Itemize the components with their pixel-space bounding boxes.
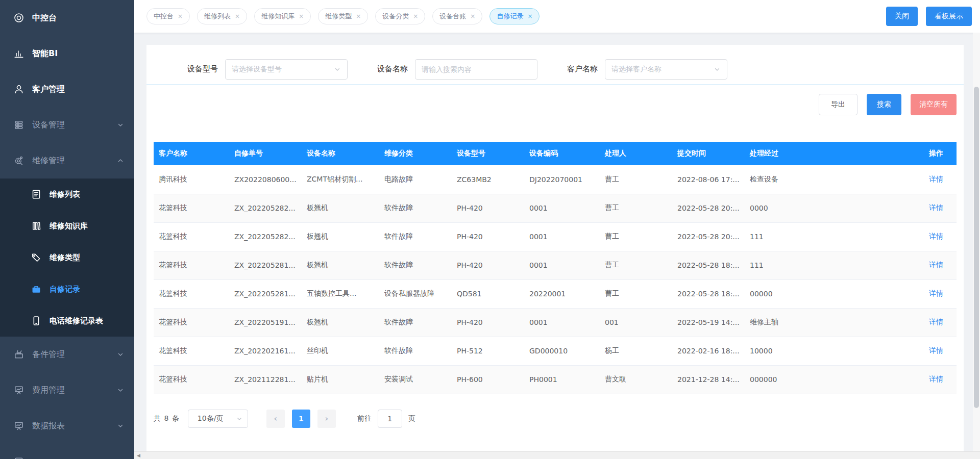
chevron-down-icon <box>117 387 124 394</box>
cell-r1-c4: PH-420 <box>452 194 524 222</box>
filter-label: 设备名称 <box>377 64 408 74</box>
close-icon[interactable]: × <box>178 13 183 19</box>
cell-r2-c8: 111 <box>745 222 908 251</box>
detail-link[interactable]: 详情 <box>929 175 943 183</box>
sidebar-item-repair[interactable]: 维修管理 <box>0 143 134 178</box>
detail-link[interactable]: 详情 <box>929 318 943 326</box>
detail-link[interactable]: 详情 <box>929 346 943 354</box>
prev-page-button[interactable]: ‹ <box>266 410 285 428</box>
sidebar-item-repair-type[interactable]: 维修类型 <box>0 242 134 273</box>
page-number-button[interactable]: 1 <box>292 410 310 428</box>
spareparts-icon <box>13 349 24 360</box>
tab-label: 维修列表 <box>204 12 231 21</box>
chevron-down-icon <box>236 416 242 422</box>
cell-r2-c7: 2022-05-28 20:... <box>672 222 745 251</box>
cell-r3-c0: 花篮科技 <box>154 251 229 279</box>
next-page-button[interactable]: › <box>317 410 336 428</box>
sidebar-item-console[interactable]: 中控台 <box>0 0 134 36</box>
scroll-left-arrow-icon[interactable]: ◀ <box>134 453 140 458</box>
horizontal-scrollbar[interactable]: ◀ <box>134 451 980 459</box>
goto-page-input[interactable] <box>378 410 402 428</box>
page-size-select[interactable]: 10条/页 <box>188 410 248 428</box>
sidebar-item-reports[interactable]: 数据报表 <box>0 408 134 444</box>
sidebar-item-devices[interactable]: 设备管理 <box>0 107 134 143</box>
cell-r2-c6: 曹工 <box>600 222 672 251</box>
filter-divider <box>146 84 964 85</box>
total-count: 共 8 条 <box>154 414 180 423</box>
filter-group-1: 设备名称 <box>377 59 537 80</box>
search-button[interactable]: 搜索 <box>867 94 901 115</box>
repair-list-icon <box>31 189 42 200</box>
detail-link[interactable]: 详情 <box>929 375 943 383</box>
close-icon[interactable]: × <box>299 13 304 19</box>
detail-link[interactable]: 详情 <box>929 203 943 212</box>
sidebar-item-phone-record[interactable]: 电话维修记录表 <box>0 305 134 337</box>
reports-icon <box>13 420 24 431</box>
column-header-0: 客户名称 <box>154 142 229 165</box>
tab-0[interactable]: 中控台× <box>146 8 190 24</box>
tab-4[interactable]: 设备分类× <box>375 8 425 24</box>
app: 中控台智能BI客户管理设备管理维修管理维修列表维修知识库维修类型自修记录电话维修… <box>0 0 980 459</box>
sidebar-item-label: 客户管理 <box>32 84 124 95</box>
select-placeholder: 请选择客户名称 <box>611 65 662 74</box>
close-icon[interactable]: × <box>413 13 418 19</box>
board-display-button[interactable]: 看板展示 <box>926 7 972 26</box>
sidebar-item-repair-list[interactable]: 维修列表 <box>0 178 134 210</box>
sidebar-item-knowledge[interactable]: 维修知识库 <box>0 210 134 242</box>
sidebar-item-bi[interactable]: 智能BI <box>0 36 134 71</box>
sidebar-item-spareparts[interactable]: 备件管理 <box>0 337 134 372</box>
sidebar-item-partial[interactable] <box>0 444 134 459</box>
close-icon[interactable]: × <box>356 13 361 19</box>
cell-r1-c0: 花篮科技 <box>154 194 229 222</box>
select-placeholder: 请选择设备型号 <box>232 65 282 74</box>
bi-icon <box>13 48 24 59</box>
content-card: 设备型号请选择设备型号设备名称客户名称请选择客户名称 导出 搜索 清空所有 客户… <box>146 45 964 459</box>
cell-r6-c7: 2022-02-16 18:... <box>672 337 745 365</box>
detail-link[interactable]: 详情 <box>929 261 943 269</box>
table-wrap: 客户名称自修单号设备名称维修分类设备型号设备编码处理人提交时间处理经过操作 腾讯… <box>154 142 957 394</box>
sidebar-item-expenses[interactable]: 费用管理 <box>0 372 134 408</box>
filter-select-0[interactable]: 请选择设备型号 <box>225 59 348 80</box>
tab-label: 中控台 <box>154 12 174 21</box>
cell-r2-c1: ZX_202205282... <box>229 222 302 251</box>
cell-r7-c0: 花篮科技 <box>154 365 229 394</box>
tab-6[interactable]: 自修记录× <box>489 8 540 24</box>
tab-2[interactable]: 维修知识库× <box>254 8 311 24</box>
cell-r3-c6: 曹工 <box>600 251 672 279</box>
cell-r5-c8: 维修主轴 <box>745 308 908 337</box>
close-icon[interactable]: × <box>470 13 475 19</box>
cell-r5-c3: 软件故障 <box>379 308 452 337</box>
tab-1[interactable]: 维修列表× <box>197 8 247 24</box>
vertical-scrollbar-thumb[interactable] <box>974 87 979 408</box>
vertical-scrollbar[interactable] <box>973 33 980 451</box>
detail-link[interactable]: 详情 <box>929 232 943 240</box>
tab-label: 设备台账 <box>439 12 466 21</box>
cell-r0-c3: 电路故障 <box>379 165 452 194</box>
tab-3[interactable]: 维修类型× <box>318 8 368 24</box>
sidebar-item-label: 维修列表 <box>50 190 124 199</box>
close-icon[interactable]: × <box>235 13 240 19</box>
filter-select-2[interactable]: 请选择客户名称 <box>605 59 727 80</box>
sidebar-item-label: 费用管理 <box>32 385 117 396</box>
close-icon[interactable]: × <box>527 13 532 19</box>
cell-r7-c7: 2021-12-28 14:... <box>672 365 745 394</box>
partial-icon <box>13 456 24 459</box>
sidebar-item-self-repair[interactable]: 自修记录 <box>0 273 134 305</box>
cell-r4-c0: 花篮科技 <box>154 279 229 308</box>
close-button[interactable]: 关闭 <box>886 7 918 26</box>
search-input[interactable] <box>415 59 537 80</box>
export-button[interactable]: 导出 <box>819 94 857 115</box>
cell-r3-c2: 板翘机 <box>302 251 379 279</box>
cell-r5-c1: ZX_202205191... <box>229 308 302 337</box>
clear-all-button[interactable]: 清空所有 <box>911 94 957 115</box>
filter-group-0: 设备型号请选择设备型号 <box>187 59 348 80</box>
row-actions: 详情 <box>908 337 957 365</box>
column-header-4: 设备型号 <box>452 142 524 165</box>
sidebar-item-customers[interactable]: 客户管理 <box>0 71 134 107</box>
chevron-down-icon <box>714 66 721 73</box>
tab-5[interactable]: 设备台账× <box>432 8 482 24</box>
cell-r0-c1: ZX2022080600... <box>229 165 302 194</box>
phone-record-icon <box>31 315 42 326</box>
cell-r1-c6: 曹工 <box>600 194 672 222</box>
detail-link[interactable]: 详情 <box>929 289 943 297</box>
